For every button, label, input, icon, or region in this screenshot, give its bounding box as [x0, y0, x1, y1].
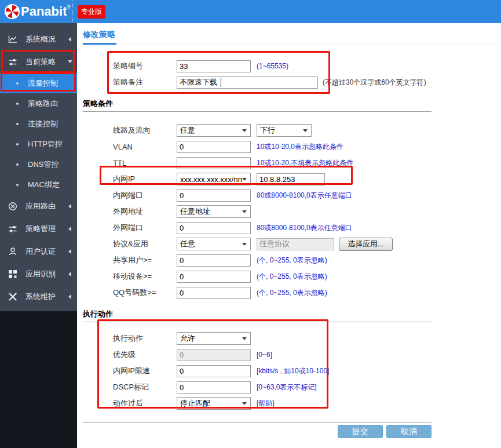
row-policy-note: 策略备注 (不超过30个汉字或60个英文字符)	[77, 74, 501, 90]
collapse-arrow-icon	[68, 272, 71, 276]
collapse-arrow-icon	[68, 204, 71, 209]
vlan-input[interactable]	[177, 141, 251, 153]
wan-port-label: 外网端口	[113, 223, 177, 233]
ip-limit-input[interactable]	[177, 365, 251, 377]
sidebar-menu: 系统概况 当前策略 流量控制 策略路由 连接控制 HTTP管控	[0, 23, 77, 311]
direction-select[interactable]: 下行	[257, 124, 312, 137]
umbrella-logo-icon	[5, 4, 20, 19]
direction-select-value: 下行	[260, 125, 275, 136]
mobile-devices-label: 移动设备>=	[113, 271, 177, 282]
qq-count-hint: (个, 0~255, 0表示忽略)	[257, 288, 327, 298]
lan-port-input[interactable]	[177, 190, 251, 202]
wan-addr-label: 外网地址	[113, 206, 177, 217]
lan-ip-format-select[interactable]: xxx.xxx.xxx.xxx/nn	[177, 173, 251, 185]
row-ttl: TTL 10或10-20,不填表示忽略此条件	[77, 155, 501, 171]
chevron-down-icon	[242, 178, 247, 181]
sidebar-item-label: 应用路由	[25, 201, 56, 212]
bottom-divider	[83, 422, 431, 422]
row-line-direction: 线路及流向 任意 下行	[77, 122, 501, 139]
chevron-down-icon	[242, 129, 247, 132]
lan-ip-label: 内网IP	[113, 174, 177, 184]
action-select[interactable]: 允许	[177, 332, 251, 345]
sidebar-item-label: 策略管理	[25, 224, 56, 234]
tab-active-indicator	[83, 43, 116, 45]
bullet-icon	[16, 163, 19, 166]
collapse-arrow-icon	[68, 294, 71, 299]
ttl-hint: 10或10-20,不填表示忽略此条件	[257, 158, 353, 168]
submit-button[interactable]: 提交	[338, 425, 383, 438]
row-wan-addr: 外网地址 任意地址	[77, 203, 501, 220]
qq-count-input[interactable]	[177, 287, 251, 299]
sidebar-subitem-policy-route[interactable]: 策略路由	[0, 93, 77, 114]
sidebar-item-user-auth[interactable]: 用户认证	[0, 240, 77, 263]
sliders-icon	[8, 224, 17, 234]
after-action-select[interactable]: 停止匹配	[177, 397, 251, 410]
help-link[interactable]: [帮助]	[257, 399, 275, 409]
wan-addr-select[interactable]: 任意地址	[177, 205, 251, 218]
action-select-value: 允许	[180, 333, 195, 344]
cancel-button[interactable]: 取消	[386, 425, 431, 438]
policy-id-input[interactable]	[177, 60, 251, 72]
sidebar-subitem-connection-control[interactable]: 连接控制	[0, 114, 77, 134]
chevron-down-icon	[242, 210, 247, 213]
line-select[interactable]: 任意	[177, 124, 251, 137]
wan-addr-value: 任意地址	[180, 206, 210, 217]
bullet-icon	[16, 184, 19, 186]
after-action-label: 动作过后	[113, 398, 177, 409]
lan-ip-input[interactable]	[257, 173, 325, 185]
bullet-icon	[16, 143, 19, 145]
sidebar-item-label: 系统维护	[25, 292, 56, 302]
row-lan-ip: 内网IP xxx.xxx.xxx.xxx/nn	[77, 171, 501, 187]
priority-hint: [0~6]	[257, 351, 272, 359]
sidebar-subitem-mac-binding[interactable]: MAC绑定	[0, 174, 77, 195]
sidebar-item-current-policy[interactable]: 当前策略	[0, 50, 77, 73]
sidebar-subitem-http-control[interactable]: HTTP管控	[0, 134, 77, 154]
proto-select[interactable]: 任意	[177, 238, 251, 250]
sidebar-subitem-traffic-control[interactable]: 流量控制	[0, 73, 77, 93]
chart-icon	[8, 35, 17, 44]
wan-port-input[interactable]	[177, 222, 251, 234]
ip-limit-label: 内网IP限速	[113, 366, 177, 376]
proto-app-label: 协议&应用	[113, 239, 177, 249]
sidebar-item-system-overview[interactable]: 系统概况	[0, 28, 77, 50]
text-cursor	[221, 78, 221, 87]
sidebar-subitem-label: DNS管控	[28, 159, 58, 170]
tools-icon	[8, 292, 17, 301]
policy-id-hint: (1~65535)	[257, 62, 288, 70]
policy-note-input[interactable]	[177, 77, 318, 89]
row-proto-app: 协议&应用 任意 选择应用...	[77, 236, 501, 252]
chevron-down-icon	[242, 402, 247, 405]
mobile-devices-input[interactable]	[177, 271, 251, 283]
row-lan-port: 内网端口 80或8000-8100,0表示任意端口	[77, 187, 501, 203]
sidebar-subitem-dns-control[interactable]: DNS管控	[0, 154, 77, 174]
ip-limit-hint: [kbits/s , 如10或10-100]	[257, 366, 329, 376]
collapse-arrow-icon	[68, 249, 71, 254]
shared-users-input[interactable]	[177, 254, 251, 267]
sidebar-item-label: 当前策略	[25, 57, 56, 67]
ttl-input[interactable]	[177, 157, 251, 169]
user-icon	[8, 247, 17, 256]
action-label: 执行动作	[113, 333, 177, 344]
line-direction-label: 线路及流向	[113, 125, 177, 136]
sidebar-item-policy-manage[interactable]: 策略管理	[0, 217, 77, 240]
tab-edit-policy[interactable]: 修改策略	[83, 23, 115, 45]
row-vlan: VLAN 10或10-20,0表示忽略此条件	[77, 139, 501, 155]
wan-port-hint: 80或8000-8100,0表示任意端口	[257, 223, 352, 233]
lan-port-hint: 80或8000-8100,0表示任意端口	[257, 191, 352, 201]
after-action-value: 停止匹配	[180, 398, 210, 409]
dscp-input[interactable]	[177, 381, 251, 394]
sidebar-item-app-route[interactable]: 应用路由	[0, 195, 77, 217]
priority-input	[177, 349, 251, 361]
proto-select-value: 任意	[180, 239, 195, 249]
sidebar-item-app-identify[interactable]: 应用识别	[0, 263, 77, 285]
vlan-hint: 10或10-20,0表示忽略此条件	[257, 142, 343, 152]
bullet-icon	[16, 103, 19, 105]
choose-app-button[interactable]: 选择应用...	[339, 238, 393, 251]
qq-count-label: QQ号码数>=	[113, 287, 177, 298]
sidebar-item-system-maintain[interactable]: 系统维护	[0, 285, 77, 308]
row-ip-limit: 内网IP限速 [kbits/s , 如10或10-100]	[77, 363, 501, 379]
row-action: 执行动作 允许	[77, 330, 501, 347]
row-dscp: DSCP标记 [0~63,0表示不标记]	[77, 379, 501, 395]
sidebar-subitem-label: MAC绑定	[28, 180, 60, 190]
section-title-actions: 执行动作	[83, 309, 431, 322]
